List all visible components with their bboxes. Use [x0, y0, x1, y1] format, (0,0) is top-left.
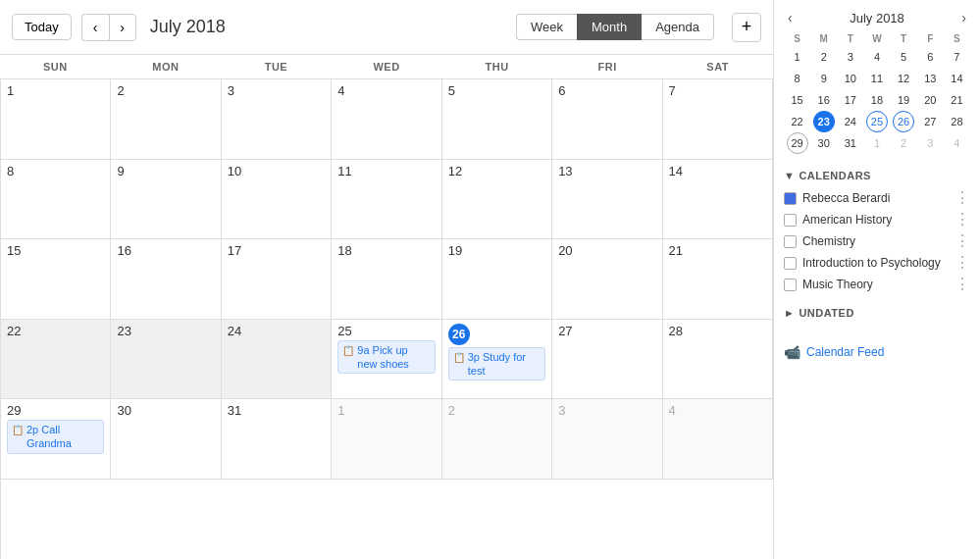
mini-day[interactable]: 5 — [893, 46, 914, 68]
calendar-cell[interactable]: 18 — [332, 239, 441, 320]
calendar-cell[interactable]: 16 — [111, 239, 221, 320]
calendars-section-title[interactable]: ▼ CALENDARS — [784, 170, 970, 181]
mini-day[interactable]: 10 — [840, 68, 861, 89]
calendar-cell[interactable]: 10 — [222, 160, 332, 240]
event-study-for-test[interactable]: 📋 3p Study for test — [448, 347, 545, 381]
mini-prev-button[interactable]: ‹ — [784, 10, 797, 25]
mini-day[interactable]: 14 — [946, 68, 967, 89]
mini-day[interactable]: 17 — [840, 89, 861, 111]
calendar-more-intro-psych[interactable]: ⋮ — [954, 255, 970, 271]
calendar-cell-other[interactable]: 3 — [552, 399, 662, 480]
calendar-cell[interactable]: 7 — [663, 79, 773, 160]
add-event-button[interactable]: + — [732, 13, 761, 42]
calendar-cell[interactable]: 2 — [111, 79, 221, 160]
calendar-cell[interactable]: 5 — [442, 79, 552, 160]
mini-day[interactable]: 16 — [813, 89, 835, 111]
calendar-checkbox-music-theory[interactable] — [784, 279, 797, 291]
calendar-cell[interactable]: 12 — [442, 160, 552, 240]
calendar-more-american-history[interactable]: ⋮ — [954, 212, 970, 228]
calendar-more-chemistry[interactable]: ⋮ — [954, 233, 970, 249]
calendar-label-rebecca: Rebecca Berardi — [802, 191, 949, 205]
mini-day-other[interactable]: 2 — [893, 132, 914, 154]
mini-day[interactable]: 31 — [840, 132, 861, 154]
calendar-cell[interactable]: 4 — [332, 79, 441, 160]
mini-day[interactable]: 4 — [866, 46, 888, 68]
mini-next-button[interactable]: › — [957, 10, 970, 25]
calendar-cell[interactable]: 6 — [552, 79, 662, 160]
calendar-checkbox-american-history[interactable] — [784, 214, 797, 227]
month-title: July 2018 — [150, 17, 226, 37]
mini-day[interactable]: 15 — [787, 89, 808, 111]
calendar-cell[interactable]: 24 — [222, 320, 332, 400]
calendar-cell[interactable]: 13 — [552, 160, 662, 240]
mini-day[interactable]: 18 — [866, 89, 888, 111]
mini-cal-title: July 2018 — [850, 11, 904, 25]
calendar-cell[interactable]: 11 — [332, 160, 441, 240]
mini-day[interactable]: 30 — [813, 132, 835, 154]
calendar-cell-jul29[interactable]: 29 📋 2p Call Grandma — [1, 399, 111, 480]
calendar-cell[interactable]: 22 — [1, 320, 111, 400]
mini-day[interactable]: 2 — [813, 46, 835, 68]
calendar-cell[interactable]: 17 — [222, 239, 332, 320]
week-view-button[interactable]: Week — [516, 14, 577, 40]
mini-day-other[interactable]: 3 — [919, 132, 941, 154]
mini-day[interactable]: 27 — [919, 111, 941, 132]
mini-day[interactable]: 28 — [946, 111, 967, 132]
calendar-cell[interactable]: 8 — [1, 160, 111, 240]
calendar-checkbox-chemistry[interactable] — [784, 235, 797, 248]
mini-day[interactable]: 19 — [893, 89, 914, 111]
mini-day[interactable]: 3 — [840, 46, 861, 68]
mini-day-selected2[interactable]: 29 — [787, 132, 808, 154]
calendar-cell[interactable]: 27 — [552, 320, 662, 400]
calendar-cell-jul25[interactable]: 25 📋 9a Pick up new shoes — [332, 320, 441, 400]
calendar-more-rebecca[interactable]: ⋮ — [954, 190, 970, 206]
app-container: Today ‹ › July 2018 Week Month Agenda + … — [0, 0, 980, 559]
mini-day-other[interactable]: 4 — [946, 132, 967, 154]
mini-day[interactable]: 24 — [840, 111, 861, 132]
calendar-cell[interactable]: 30 — [111, 399, 221, 480]
mini-day[interactable]: 21 — [946, 89, 967, 111]
event-call-grandma[interactable]: 📋 2p Call Grandma — [7, 420, 104, 454]
calendar-checkbox-intro-psych[interactable] — [784, 257, 797, 270]
calendar-more-music-theory[interactable]: ⋮ — [954, 277, 970, 292]
mini-day[interactable]: 8 — [787, 68, 808, 89]
mini-day[interactable]: 13 — [919, 68, 941, 89]
prev-month-button[interactable]: ‹ — [81, 14, 109, 41]
calendar-cell-other[interactable]: 2 — [442, 399, 552, 480]
mini-day-selected[interactable]: 25 — [866, 111, 888, 132]
mini-day[interactable]: 20 — [919, 89, 941, 111]
mini-day[interactable]: 9 — [813, 68, 835, 89]
mini-day-selected[interactable]: 26 — [893, 111, 914, 132]
mini-day-other[interactable]: 1 — [866, 132, 888, 154]
mini-day[interactable]: 6 — [919, 46, 941, 68]
calendar-cell[interactable]: 28 — [663, 320, 773, 400]
calendar-cell[interactable]: 9 — [111, 160, 221, 240]
mini-day[interactable]: 11 — [866, 68, 888, 89]
mini-day[interactable]: 12 — [893, 68, 914, 89]
month-view-button[interactable]: Month — [577, 14, 642, 40]
calendar-cell[interactable]: 1 — [1, 79, 111, 160]
calendar-cell-jul26[interactable]: 26 📋 3p Study for test — [442, 320, 552, 400]
calendar-cell-other[interactable]: 1 — [332, 399, 441, 480]
calendar-cell[interactable]: 31 — [222, 399, 332, 480]
event-icon: 📋 — [453, 351, 465, 364]
calendar-cell[interactable]: 20 — [552, 239, 662, 320]
mini-day[interactable]: 7 — [946, 46, 967, 68]
agenda-view-button[interactable]: Agenda — [642, 14, 714, 40]
calendar-cell-other[interactable]: 4 — [663, 399, 773, 480]
calendar-cell[interactable]: 14 — [663, 160, 773, 240]
mini-day-today[interactable]: 23 — [813, 111, 835, 132]
event-pick-up-shoes[interactable]: 📋 9a Pick up new shoes — [337, 340, 435, 375]
calendar-feed-link[interactable]: 📹 Calendar Feed — [784, 344, 970, 360]
mini-day[interactable]: 22 — [787, 111, 808, 132]
today-button[interactable]: Today — [12, 14, 72, 40]
undated-section-title[interactable]: ► UNDATED — [784, 307, 970, 319]
mini-day[interactable]: 1 — [787, 46, 808, 68]
calendar-cell[interactable]: 3 — [222, 79, 332, 160]
calendar-cell[interactable]: 19 — [442, 239, 552, 320]
calendar-checkbox-rebecca[interactable] — [784, 192, 797, 205]
calendar-cell[interactable]: 15 — [1, 239, 111, 320]
calendar-cell[interactable]: 21 — [663, 239, 773, 320]
next-month-button[interactable]: › — [109, 14, 136, 41]
calendar-cell[interactable]: 23 — [111, 320, 221, 400]
